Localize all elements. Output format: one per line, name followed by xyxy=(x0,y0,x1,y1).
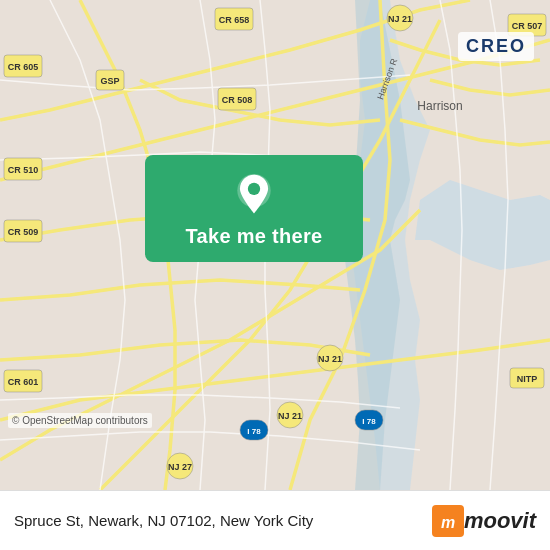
svg-text:NJ 21: NJ 21 xyxy=(318,354,342,364)
svg-text:CR 601: CR 601 xyxy=(8,377,39,387)
svg-text:NJ 21: NJ 21 xyxy=(278,411,302,421)
svg-text:I 78: I 78 xyxy=(362,417,376,426)
moovit-text: moovit xyxy=(464,508,536,534)
svg-text:m: m xyxy=(441,514,455,531)
svg-text:CR 605: CR 605 xyxy=(8,62,39,72)
svg-text:NJ 21: NJ 21 xyxy=(388,14,412,24)
take-me-there-button[interactable]: Take me there xyxy=(145,155,363,262)
svg-text:CR 509: CR 509 xyxy=(8,227,39,237)
moovit-icon: m xyxy=(432,505,464,537)
svg-text:GSP: GSP xyxy=(100,76,119,86)
svg-text:CR 508: CR 508 xyxy=(222,95,253,105)
svg-text:CR 510: CR 510 xyxy=(8,165,39,175)
address-text: Spruce St, Newark, NJ 07102, New York Ci… xyxy=(14,512,313,529)
moovit-logo: m moovit xyxy=(432,505,536,537)
svg-point-34 xyxy=(248,183,260,195)
map-container: CR 658 NJ 21 CR 507 CR 605 GSP CR 508 CR… xyxy=(0,0,550,490)
svg-text:CR 658: CR 658 xyxy=(219,15,250,25)
svg-text:CR 507: CR 507 xyxy=(512,21,543,31)
svg-text:NJ 27: NJ 27 xyxy=(168,462,192,472)
bottom-bar: Spruce St, Newark, NJ 07102, New York Ci… xyxy=(0,490,550,550)
svg-text:Harrison: Harrison xyxy=(417,99,462,113)
osm-credit: © OpenStreetMap contributors xyxy=(8,413,152,428)
svg-text:I 78: I 78 xyxy=(247,427,261,436)
location-pin-icon xyxy=(232,173,276,217)
creo-text: CREO xyxy=(466,36,526,56)
svg-text:NITP: NITP xyxy=(517,374,538,384)
creo-badge: CREO xyxy=(458,32,534,61)
take-me-there-label: Take me there xyxy=(186,225,323,248)
